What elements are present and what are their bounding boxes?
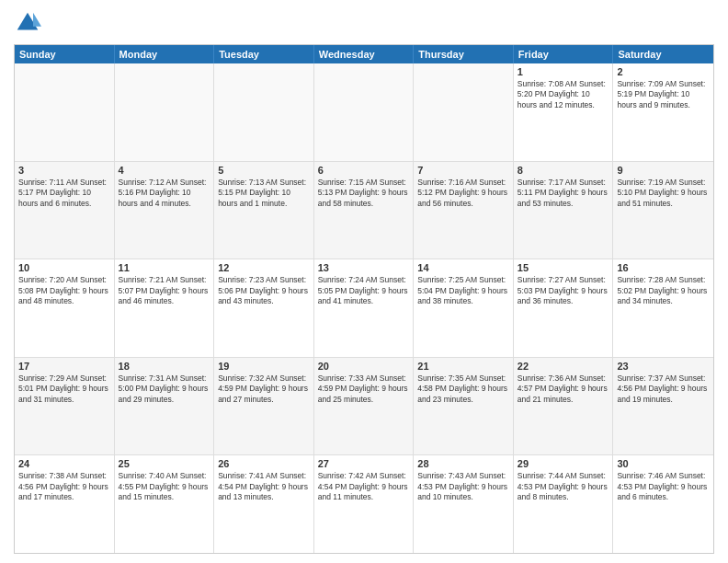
cal-cell: 12Sunrise: 7:23 AM Sunset: 5:06 PM Dayli…: [214, 259, 314, 357]
cal-cell: 11Sunrise: 7:21 AM Sunset: 5:07 PM Dayli…: [115, 259, 215, 357]
cell-info: Sunrise: 7:37 AM Sunset: 4:56 PM Dayligh…: [617, 373, 710, 405]
cal-cell: 5Sunrise: 7:13 AM Sunset: 5:15 PM Daylig…: [214, 162, 314, 259]
cell-info: Sunrise: 7:44 AM Sunset: 4:53 PM Dayligh…: [518, 471, 609, 502]
cell-info: Sunrise: 7:20 AM Sunset: 5:08 PM Dayligh…: [18, 275, 110, 306]
day-number: 29: [518, 458, 609, 469]
day-number: 28: [417, 458, 509, 469]
cell-info: Sunrise: 7:35 AM Sunset: 4:58 PM Dayligh…: [417, 373, 509, 405]
calendar-body: 1Sunrise: 7:08 AM Sunset: 5:20 PM Daylig…: [15, 63, 713, 553]
cal-cell: 21Sunrise: 7:35 AM Sunset: 4:58 PM Dayli…: [414, 358, 514, 455]
header-day-wednesday: Wednesday: [314, 45, 415, 63]
calendar-row-4: 17Sunrise: 7:29 AM Sunset: 5:01 PM Dayli…: [15, 357, 713, 455]
cal-cell: 25Sunrise: 7:40 AM Sunset: 4:55 PM Dayli…: [115, 455, 215, 553]
day-number: 27: [318, 458, 410, 469]
header-day-saturday: Saturday: [613, 45, 713, 63]
cell-info: Sunrise: 7:19 AM Sunset: 5:10 PM Dayligh…: [617, 178, 710, 209]
cal-cell: [115, 63, 215, 161]
day-number: 20: [318, 361, 410, 372]
day-number: 8: [518, 165, 609, 176]
cell-info: Sunrise: 7:25 AM Sunset: 5:04 PM Dayligh…: [417, 275, 509, 306]
cal-cell: [214, 63, 314, 161]
day-number: 23: [617, 361, 710, 372]
day-number: 11: [119, 262, 210, 273]
cal-cell: 2Sunrise: 7:09 AM Sunset: 5:19 PM Daylig…: [613, 63, 713, 161]
day-number: 18: [119, 361, 210, 372]
cell-info: Sunrise: 7:32 AM Sunset: 4:59 PM Dayligh…: [218, 373, 310, 405]
cell-info: Sunrise: 7:12 AM Sunset: 5:16 PM Dayligh…: [119, 178, 210, 209]
cell-info: Sunrise: 7:16 AM Sunset: 5:12 PM Dayligh…: [417, 178, 509, 209]
cal-cell: [414, 63, 514, 161]
cal-cell: 8Sunrise: 7:17 AM Sunset: 5:11 PM Daylig…: [514, 162, 614, 259]
calendar: SundayMondayTuesdayWednesdayThursdayFrid…: [14, 44, 714, 554]
day-number: 10: [18, 262, 110, 273]
day-number: 6: [318, 165, 410, 176]
cell-info: Sunrise: 7:38 AM Sunset: 4:56 PM Dayligh…: [18, 471, 110, 502]
cal-cell: 7Sunrise: 7:16 AM Sunset: 5:12 PM Daylig…: [414, 162, 514, 259]
cal-cell: 4Sunrise: 7:12 AM Sunset: 5:16 PM Daylig…: [115, 162, 215, 259]
day-number: 12: [218, 262, 310, 273]
day-number: 16: [617, 262, 710, 273]
cell-info: Sunrise: 7:21 AM Sunset: 5:07 PM Dayligh…: [119, 275, 210, 306]
cal-cell: 17Sunrise: 7:29 AM Sunset: 5:01 PM Dayli…: [15, 358, 115, 455]
cal-cell: 9Sunrise: 7:19 AM Sunset: 5:10 PM Daylig…: [613, 162, 713, 259]
cell-info: Sunrise: 7:15 AM Sunset: 5:13 PM Dayligh…: [318, 178, 410, 209]
cell-info: Sunrise: 7:42 AM Sunset: 4:54 PM Dayligh…: [318, 471, 410, 502]
day-number: 26: [218, 458, 310, 469]
header-day-sunday: Sunday: [15, 45, 115, 63]
header-day-thursday: Thursday: [414, 45, 514, 63]
cal-cell: 28Sunrise: 7:43 AM Sunset: 4:53 PM Dayli…: [414, 455, 514, 553]
day-number: 7: [417, 165, 509, 176]
cal-cell: [314, 63, 415, 161]
cell-info: Sunrise: 7:29 AM Sunset: 5:01 PM Dayligh…: [18, 373, 110, 405]
page: SundayMondayTuesdayWednesdayThursdayFrid…: [0, 0, 728, 563]
cell-info: Sunrise: 7:17 AM Sunset: 5:11 PM Dayligh…: [518, 178, 609, 209]
day-number: 5: [218, 165, 310, 176]
cal-cell: 14Sunrise: 7:25 AM Sunset: 5:04 PM Dayli…: [414, 259, 514, 357]
cell-info: Sunrise: 7:28 AM Sunset: 5:02 PM Dayligh…: [617, 275, 710, 306]
day-number: 3: [18, 165, 110, 176]
cell-info: Sunrise: 7:40 AM Sunset: 4:55 PM Dayligh…: [119, 471, 210, 502]
day-number: 24: [18, 458, 110, 469]
header-day-monday: Monday: [115, 45, 215, 63]
cal-cell: 30Sunrise: 7:46 AM Sunset: 4:53 PM Dayli…: [613, 455, 713, 553]
calendar-row-5: 24Sunrise: 7:38 AM Sunset: 4:56 PM Dayli…: [15, 454, 713, 553]
cal-cell: 27Sunrise: 7:42 AM Sunset: 4:54 PM Dayli…: [314, 455, 415, 553]
header: [14, 9, 714, 37]
cell-info: Sunrise: 7:36 AM Sunset: 4:57 PM Dayligh…: [518, 373, 609, 405]
cal-cell: 22Sunrise: 7:36 AM Sunset: 4:57 PM Dayli…: [514, 358, 614, 455]
cal-cell: 20Sunrise: 7:33 AM Sunset: 4:59 PM Dayli…: [314, 358, 415, 455]
day-number: 21: [417, 361, 509, 372]
day-number: 9: [617, 165, 710, 176]
cell-info: Sunrise: 7:08 AM Sunset: 5:20 PM Dayligh…: [518, 79, 609, 110]
cell-info: Sunrise: 7:11 AM Sunset: 5:17 PM Dayligh…: [18, 178, 110, 209]
day-number: 4: [119, 165, 210, 176]
cal-cell: 1Sunrise: 7:08 AM Sunset: 5:20 PM Daylig…: [514, 63, 614, 161]
day-number: 25: [119, 458, 210, 469]
cell-info: Sunrise: 7:43 AM Sunset: 4:53 PM Dayligh…: [417, 471, 509, 502]
svg-marker-1: [33, 13, 41, 27]
cell-info: Sunrise: 7:31 AM Sunset: 5:00 PM Dayligh…: [119, 373, 210, 405]
day-number: 17: [18, 361, 110, 372]
day-number: 15: [518, 262, 609, 273]
cal-cell: 24Sunrise: 7:38 AM Sunset: 4:56 PM Dayli…: [15, 455, 115, 553]
day-number: 30: [617, 458, 710, 469]
cal-cell: 18Sunrise: 7:31 AM Sunset: 5:00 PM Dayli…: [115, 358, 215, 455]
cal-cell: 10Sunrise: 7:20 AM Sunset: 5:08 PM Dayli…: [15, 259, 115, 357]
cell-info: Sunrise: 7:24 AM Sunset: 5:05 PM Dayligh…: [318, 275, 410, 306]
calendar-row-3: 10Sunrise: 7:20 AM Sunset: 5:08 PM Dayli…: [15, 259, 713, 357]
calendar-row-1: 1Sunrise: 7:08 AM Sunset: 5:20 PM Daylig…: [15, 63, 713, 161]
logo-icon: [14, 9, 41, 37]
day-number: 2: [617, 66, 710, 77]
day-number: 19: [218, 361, 310, 372]
cell-info: Sunrise: 7:41 AM Sunset: 4:54 PM Dayligh…: [218, 471, 310, 502]
cal-cell: [15, 63, 115, 161]
cell-info: Sunrise: 7:09 AM Sunset: 5:19 PM Dayligh…: [617, 79, 710, 110]
cal-cell: 16Sunrise: 7:28 AM Sunset: 5:02 PM Dayli…: [613, 259, 713, 357]
cal-cell: 23Sunrise: 7:37 AM Sunset: 4:56 PM Dayli…: [613, 358, 713, 455]
calendar-header: SundayMondayTuesdayWednesdayThursdayFrid…: [15, 45, 713, 63]
cal-cell: 6Sunrise: 7:15 AM Sunset: 5:13 PM Daylig…: [314, 162, 415, 259]
day-number: 1: [518, 66, 609, 77]
day-number: 22: [518, 361, 609, 372]
cell-info: Sunrise: 7:46 AM Sunset: 4:53 PM Dayligh…: [617, 471, 710, 502]
cal-cell: 29Sunrise: 7:44 AM Sunset: 4:53 PM Dayli…: [514, 455, 614, 553]
